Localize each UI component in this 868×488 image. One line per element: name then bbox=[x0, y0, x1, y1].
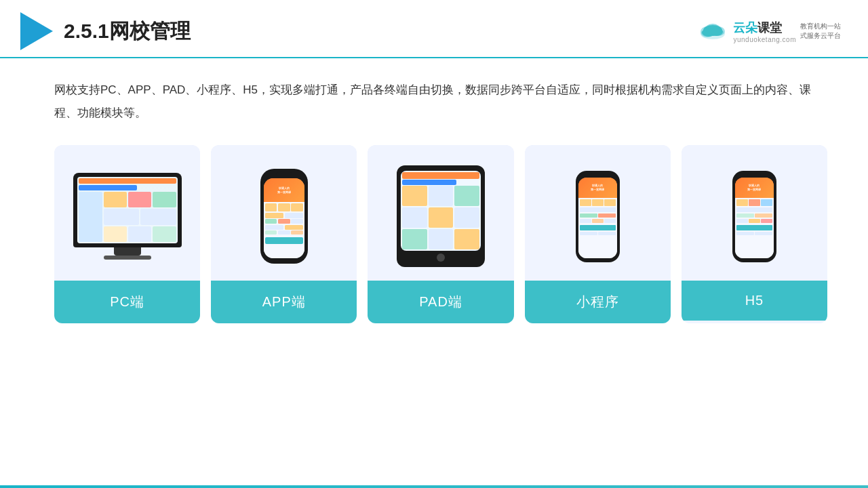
page-header: 2.5.1网校管理 云朵课堂 yunduoketang.com bbox=[0, 0, 868, 58]
cloud-icon bbox=[696, 22, 729, 41]
header-left: 2.5.1网校管理 bbox=[20, 12, 191, 50]
card-app-label: APP端 bbox=[211, 281, 357, 323]
card-app-image: 职通人的第一堂网课 bbox=[211, 145, 357, 281]
svg-point-6 bbox=[711, 28, 723, 36]
card-pc-label: PC端 bbox=[54, 281, 200, 323]
main-content: 网校支持PC、APP、PAD、小程序、H5，实现多端打通，产品各终端自由切换，数… bbox=[0, 58, 868, 337]
card-miniprogram-label: 小程序 bbox=[525, 281, 671, 323]
cards-container: PC端 职通人的第一堂网课 bbox=[54, 145, 827, 323]
brand-cloud: 云朵课堂 yunduoketang.com 教育机构一站 式服务云平台 bbox=[696, 20, 841, 43]
bottom-bar bbox=[0, 485, 868, 488]
tablet-mockup bbox=[397, 165, 485, 267]
logo-triangle-icon bbox=[20, 12, 53, 50]
page-title: 2.5.1网校管理 bbox=[64, 18, 191, 45]
brand-name-text: 云朵课堂 yunduoketang.com bbox=[733, 20, 796, 43]
phone-mockup: 职通人的第一堂网课 bbox=[260, 169, 308, 264]
card-h5: 职通人的第一堂网课 bbox=[682, 145, 827, 323]
card-h5-label: H5 bbox=[682, 281, 827, 321]
card-app: 职通人的第一堂网课 bbox=[211, 145, 357, 323]
card-pc: PC端 bbox=[54, 145, 200, 323]
card-miniprogram-image: 职通人的第一堂网课 bbox=[525, 145, 671, 281]
brand-name-part2: 课堂 bbox=[757, 21, 782, 35]
card-pad-label: PAD端 bbox=[368, 281, 513, 323]
card-pad-image bbox=[368, 145, 513, 281]
card-pc-image bbox=[54, 145, 200, 281]
brand-name-part1: 云朵 bbox=[733, 21, 757, 35]
card-h5-image: 职通人的第一堂网课 bbox=[682, 145, 827, 281]
brand-logo: 云朵课堂 yunduoketang.com 教育机构一站 式服务云平台 bbox=[696, 20, 841, 43]
mini-phone-mockup-1: 职通人的第一堂网课 bbox=[576, 171, 620, 262]
brand-tagline: 教育机构一站 式服务云平台 bbox=[800, 22, 841, 41]
card-pad: PAD端 bbox=[368, 145, 513, 323]
mini-phone-mockup-2: 职通人的第一堂网课 bbox=[732, 171, 776, 262]
description-text: 网校支持PC、APP、PAD、小程序、H5，实现多端打通，产品各终端自由切换，数… bbox=[54, 79, 827, 125]
brand-url: yunduoketang.com bbox=[733, 36, 796, 43]
card-miniprogram: 职通人的第一堂网课 bbox=[525, 145, 671, 323]
monitor-mockup bbox=[73, 173, 182, 247]
